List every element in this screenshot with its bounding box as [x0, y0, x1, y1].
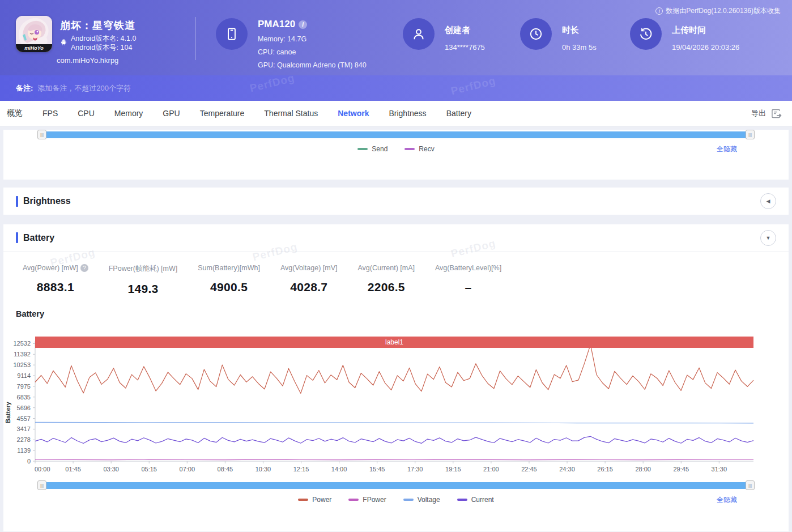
- svg-text:08:45: 08:45: [218, 466, 233, 473]
- export-icon[interactable]: [771, 109, 782, 118]
- svg-text:6835: 6835: [17, 394, 31, 401]
- svg-text:05:15: 05:15: [141, 466, 157, 473]
- legend-item-send[interactable]: Send: [357, 145, 388, 153]
- battery-collapse-button[interactable]: ▼: [760, 230, 776, 246]
- brightness-expand-button[interactable]: ◀: [760, 193, 776, 209]
- stat-label: Avg(Voltage) [mV]: [280, 264, 338, 272]
- tab-network[interactable]: Network: [338, 109, 369, 118]
- chart-annotation-label1[interactable]: label1: [35, 337, 753, 348]
- stat-value: 4028.7: [280, 280, 338, 294]
- info-icon: i: [655, 7, 663, 15]
- current-legend-swatch: [457, 499, 467, 501]
- tab-temperature[interactable]: Temperature: [200, 109, 245, 118]
- stat-label: Sum(Battery)[mWh]: [198, 264, 260, 272]
- tab-fps[interactable]: FPS: [42, 109, 58, 118]
- battery-chart: label1 Battery 0113922783417455756966835…: [3, 337, 789, 477]
- svg-text:11392: 11392: [14, 351, 31, 357]
- battery-chart-plot[interactable]: 0113922783417455756966835797591141025311…: [3, 337, 789, 477]
- legend-item-recv[interactable]: Recv: [404, 145, 434, 153]
- tab-overview[interactable]: 概览: [7, 108, 23, 118]
- svg-text:4557: 4557: [17, 415, 31, 422]
- svg-text:29:45: 29:45: [673, 466, 689, 473]
- stat-value: 8883.1: [23, 280, 88, 294]
- legend-item-voltage[interactable]: Voltage: [403, 496, 440, 504]
- svg-text:12:15: 12:15: [293, 466, 309, 473]
- stat-avg-battery-level: Avg(BatteryLevel)[%] –: [435, 264, 501, 294]
- report-header: miHoYo 崩坏：星穹铁道 Android版本名: 4.1.0 Android…: [0, 0, 792, 75]
- svg-text:10:30: 10:30: [256, 466, 271, 473]
- watermark: PerfDog: [450, 75, 497, 98]
- upload-time-icon: [630, 18, 662, 50]
- svg-text:24:30: 24:30: [559, 466, 575, 473]
- tab-gpu[interactable]: GPU: [163, 109, 180, 118]
- device-info-icon[interactable]: i: [299, 20, 307, 29]
- help-icon[interactable]: ?: [80, 264, 88, 272]
- battery-range-slider: ||| |||: [37, 480, 755, 490]
- svg-text:12532: 12532: [13, 340, 31, 347]
- slider-track[interactable]: [46, 482, 746, 489]
- svg-text:01:45: 01:45: [65, 466, 81, 473]
- game-title: 崩坏：星穹铁道: [60, 19, 135, 32]
- svg-text:0: 0: [27, 458, 31, 465]
- brightness-section-title: Brightness: [23, 196, 71, 206]
- stat-fpower: FPower(帧能耗) [mW] 149.3: [109, 264, 178, 296]
- duration-value: 0h 33m 5s: [562, 43, 597, 52]
- svg-text:17:30: 17:30: [407, 466, 423, 473]
- svg-text:07:00: 07:00: [180, 466, 195, 473]
- svg-text:15:45: 15:45: [369, 466, 385, 473]
- svg-text:22:45: 22:45: [521, 466, 537, 473]
- legend-item-power[interactable]: Power: [298, 496, 331, 504]
- recv-legend-swatch: [404, 148, 415, 150]
- tab-memory[interactable]: Memory: [114, 109, 143, 118]
- note-input-bar[interactable]: 备注: 添加备注，不超过200个字符 PerfDog PerfDog: [0, 75, 792, 101]
- svg-text:31:30: 31:30: [712, 466, 727, 473]
- svg-text:miHoYo: miHoYo: [24, 45, 44, 51]
- network-legend: Send Recv 全隐藏: [3, 144, 789, 154]
- android-version-code: Android版本号: 104: [71, 43, 136, 52]
- legend-item-current[interactable]: Current: [457, 496, 494, 504]
- svg-text:14:00: 14:00: [331, 466, 347, 473]
- note-placeholder: 添加备注，不超过200个字符: [37, 83, 131, 93]
- tab-thermal-status[interactable]: Thermal Status: [264, 109, 318, 118]
- device-name-row: PMA120 i: [258, 19, 367, 30]
- slider-track[interactable]: [46, 131, 746, 138]
- svg-text:2278: 2278: [17, 436, 31, 443]
- android-icon: [60, 39, 67, 52]
- slider-right-handle[interactable]: |||: [746, 480, 755, 490]
- slider-left-handle[interactable]: |||: [37, 130, 46, 139]
- tab-cpu[interactable]: CPU: [78, 109, 95, 118]
- fpower-legend-swatch: [348, 499, 359, 501]
- voltage-legend-swatch: [403, 499, 414, 501]
- svg-text:10253: 10253: [13, 361, 31, 368]
- device-icon: [216, 18, 248, 50]
- power-legend-label: Power: [312, 496, 331, 504]
- power-legend-swatch: [298, 499, 308, 501]
- package-name: com.miHoYo.hkrpg: [57, 56, 118, 65]
- voltage-legend-label: Voltage: [418, 496, 440, 504]
- send-legend-swatch: [357, 148, 368, 150]
- slider-left-handle[interactable]: |||: [37, 480, 46, 490]
- slider-right-handle[interactable]: |||: [746, 130, 755, 139]
- battery-legend: Power FPower Voltage Current 全隐藏: [3, 495, 789, 504]
- device-name: PMA120: [258, 19, 295, 30]
- section-accent-bar: [16, 196, 18, 207]
- svg-text:28:00: 28:00: [635, 466, 651, 473]
- device-gpu: GPU: Qualcomm Adreno (TM) 840: [258, 61, 367, 69]
- network-hide-all-link[interactable]: 全隐藏: [717, 144, 737, 154]
- collect-version-info: i 数据由PerfDog(12.0.260136)版本收集: [655, 6, 781, 16]
- tab-brightness[interactable]: Brightness: [389, 109, 426, 118]
- export-button[interactable]: 导出: [751, 108, 766, 118]
- battery-section-title: Battery: [23, 233, 54, 243]
- svg-text:00:00: 00:00: [35, 466, 50, 473]
- send-legend-label: Send: [372, 145, 388, 153]
- battery-chart-title: Battery: [16, 309, 789, 318]
- battery-hide-all-link[interactable]: 全隐藏: [717, 495, 737, 505]
- stat-sum-battery: Sum(Battery)[mWh] 4900.5: [198, 264, 260, 294]
- tab-battery[interactable]: Battery: [446, 109, 471, 118]
- legend-item-fpower[interactable]: FPower: [348, 496, 386, 504]
- current-legend-label: Current: [471, 496, 494, 504]
- stat-avg-current: Avg(Current) [mA] 2206.5: [358, 264, 415, 294]
- network-section: ||| ||| Send Recv 全隐藏: [3, 130, 789, 180]
- stat-label: Avg(Current) [mA]: [358, 264, 415, 272]
- stat-value: 2206.5: [358, 280, 415, 294]
